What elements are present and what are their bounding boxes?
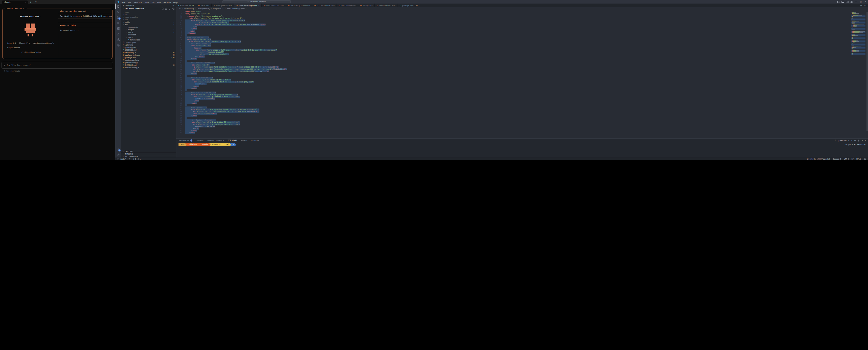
tree-item-license-md[interactable]: MLICENSE.md [121,49,176,51]
code-line-63[interactable]: 63 <p class="text-base font-semibold lea… [176,66,868,68]
tree-item-readme-md[interactable]: MREADME.mdM [121,64,176,66]
menu-edit[interactable]: Edit [127,1,133,4]
tab-readme-md[interactable]: MREADME.mdM [176,4,196,7]
new-file-icon[interactable] [161,8,164,10]
breadcrumb-chunkymonkey[interactable]: ChunkyMonkey [197,8,210,10]
code-line-81[interactable]: 81 [176,104,868,106]
code-line-88[interactable]: 88 <!-- Podcast Content --> [176,119,868,121]
code-line-78[interactable]: 78 {{similar-content}} [176,98,868,100]
tab-22-tiby-html[interactable]: <>22-tiby.html [358,4,375,7]
panel-tab-gitlens[interactable]: GITLENS [251,138,259,142]
claude-prompt-input[interactable]: > Try "Fix lint errors" [2,62,113,68]
tree-item-pages[interactable]: ›pages● [121,31,176,33]
terminal-dropdown-icon[interactable]: ∨ [851,139,852,141]
code-line-72[interactable]: 72 </div> [176,85,868,87]
customize-layout-icon[interactable] [849,0,854,4]
tab-podcast-module-html[interactable]: <>podcast-module.html [312,4,337,7]
nav-forward-icon[interactable]: → [218,1,221,3]
code-line-69[interactable]: 69 <div class="prose prose-lg max-w-none… [176,79,868,81]
code-line-61[interactable]: 61 <!-- Content Header --> [176,62,868,64]
collapse-all-icon[interactable] [172,8,175,10]
close-tab-icon[interactable]: × [258,4,260,7]
menu-terminal[interactable]: Terminal [162,1,172,4]
branch-indicator[interactable]: master* [117,158,126,160]
breadcrumb-c[interactable]: C: [179,8,181,10]
new-folder-icon[interactable] [165,8,167,10]
code-line-55[interactable]: 55 <img class="hero-image w-full aspect-… [176,49,868,51]
code-line-37[interactable]: 37 <div class="max-w-7xl mx-auto px-4 sm… [176,17,868,19]
minimize-button[interactable]: ─ [854,0,858,4]
panel-tab-ports[interactable]: PORTS [241,138,248,142]
code-line-42[interactable]: 42 class="h-12 w-12 rounded-lg"> [176,22,868,24]
code-line-64[interactable]: 64 <h1 class="text-4xl font-bold trackin… [176,68,868,70]
code-line-2[interactable]: 2<html lang="en"> [176,11,868,13]
section-timeline[interactable]: ›TIMELINE [121,153,176,155]
code-line-73[interactable]: 73 </div> [176,87,868,89]
tree-item-styles[interactable]: ›styles [121,36,176,38]
section-outline[interactable]: ›OUTLINE [121,150,176,153]
code-line-44[interactable]: 44 </a> [176,26,868,28]
code-line-36[interactable]: 36 <header class="bg-white shadow-sm"> [176,15,868,17]
tab-basic-handlebars[interactable]: {{basic.handlebars [337,4,358,7]
terminal-tab-dropdown-button[interactable]: ∨ [33,1,38,3]
code-line-35[interactable]: 35<body class="bg-gray-50"> [176,13,868,15]
code-line-82[interactable]: 82 <!-- Search --> [176,106,868,108]
language-mode[interactable]: HTML [856,158,861,160]
panel-tab-problems[interactable]: PROBLEMS1 [179,138,192,142]
tree-item-src[interactable]: ›src● [121,23,176,26]
refresh-icon[interactable] [168,8,171,10]
code-line-77[interactable]: 77 <div class="text-lg leading-8 text-gr… [176,96,868,98]
cursor-position[interactable]: Ln 105, Col 1 (2397 selected) [807,158,830,160]
code-line-68[interactable]: 68 <!-- Main Content --> [176,76,868,78]
code-line-43[interactable]: 43 <span class="ml-3 text-xl font-bold t… [176,24,868,26]
code-line-92[interactable]: 92 </div> [176,127,868,129]
tree-item-resources[interactable]: ›resources [121,33,176,36]
code-line-66[interactable]: 66 </div> [176,72,868,74]
indentation-setting[interactable]: Spaces: 2 [833,158,841,160]
close-panel-icon[interactable]: × [865,139,866,141]
code-line-38[interactable]: 38 <div class="flex items-center justify… [176,20,868,22]
tree-item-prettier-config-js[interactable]: JSprettier.config.js [121,61,176,64]
editor-more-actions-icon[interactable]: ⋯ [864,4,866,7]
tab-basic-html[interactable]: <>basic.html [196,4,211,7]
activity-run-debug-icon[interactable] [115,20,121,26]
code-line-71[interactable]: 71 {{content}} [176,83,868,85]
code-line-45[interactable]: 45 </div> [176,28,868,30]
tree-item-tailwind-css[interactable]: #tailwind.css [121,38,176,41]
nav-back-icon[interactable]: ← [214,1,217,3]
account-icon[interactable]: 1 [115,147,121,152]
code-line-76[interactable]: 76 <div class="mt-12 p-6 bg-gray-50 roun… [176,94,868,96]
code-line-48[interactable]: 48 [176,34,868,36]
code-line-94[interactable]: 94 </div> [176,132,868,134]
eol-setting[interactable]: LF [851,158,854,160]
toggle-panel-icon[interactable] [841,0,845,4]
tree-item-package-json[interactable]: {}package.json1, M [121,56,176,59]
code-line-90[interactable]: 90 <div class="text-lg leading-8 text-gr… [176,123,868,125]
code-line-50[interactable]: 50 <main class="bg-white"> [176,38,868,40]
kill-terminal-icon[interactable] [858,139,860,141]
tree-item-out[interactable]: ›out [121,18,176,21]
settings-gear-icon[interactable] [115,152,121,158]
search-box[interactable]: tailwindui-transmit [222,0,291,3]
panel-tab-output[interactable]: OUTPUT [196,138,204,142]
sync-changes-button[interactable] [128,158,130,160]
integrated-terminal[interactable]: cyantailwindui-transmitmaster ≡ ?22 -43>… [179,143,865,146]
menu-selection[interactable]: Selection [133,1,144,4]
code-line-62[interactable]: 62 <div class="mb-8"> [176,64,868,66]
activity-search-icon[interactable] [115,9,121,15]
tree-item-gitignore[interactable]: ●.gitignore [121,43,176,46]
panel-tab-terminal[interactable]: TERMINAL [228,138,238,142]
activity-gitlens-icon[interactable] [115,42,121,48]
editor[interactable]: 2<html lang="en">35<body class="bg-gray-… [176,10,868,138]
tree-item-next[interactable]: ›.next [121,11,176,13]
code-line-58[interactable]: 58 </figure> [176,55,868,57]
tree-item-node-modules[interactable]: ›node_modules [121,16,176,18]
code-line-67[interactable]: 67 [176,74,868,76]
tree-item-dist[interactable]: ›dist [121,13,176,16]
minimap[interactable] [851,11,865,55]
activity-docker-icon[interactable] [115,37,121,42]
menu-run[interactable]: Run [155,1,162,4]
terminal-new-tab-button[interactable]: + [28,1,33,3]
tab-basic-withyoutube-html[interactable]: <>basic-withyoutube.html [286,4,312,7]
code-line-89[interactable]: 89 <div class="mt-12 p-6 bg-indigo-50 ro… [176,121,868,123]
